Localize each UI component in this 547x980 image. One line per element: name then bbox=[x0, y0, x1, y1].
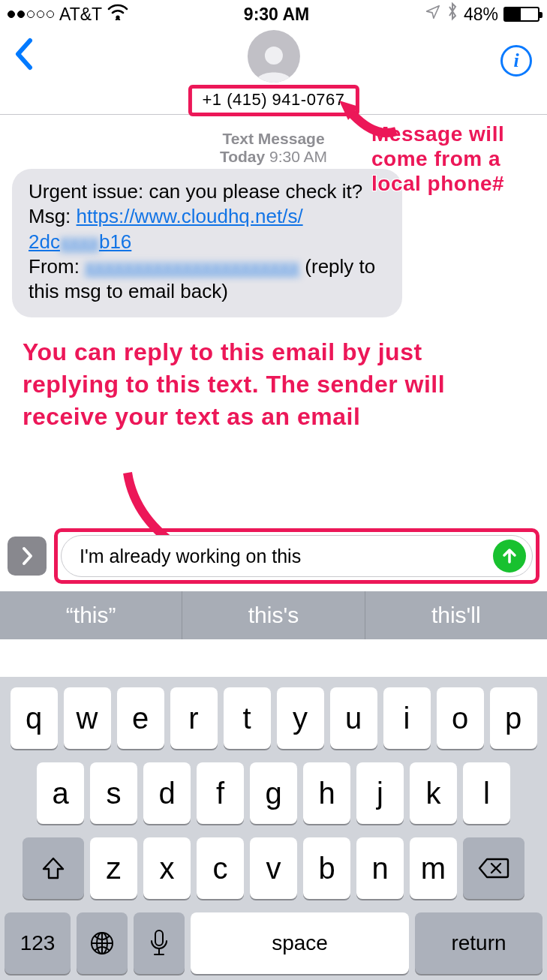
globe-key[interactable] bbox=[77, 912, 128, 974]
suggestion-3[interactable]: this'll bbox=[365, 591, 547, 639]
key-z[interactable]: z bbox=[90, 837, 137, 899]
key-e[interactable]: e bbox=[117, 687, 164, 749]
svg-point-0 bbox=[116, 15, 119, 19]
from-label: From: bbox=[29, 255, 85, 278]
space-key[interactable]: space bbox=[191, 912, 409, 974]
key-f[interactable]: f bbox=[197, 762, 244, 824]
key-y[interactable]: y bbox=[277, 687, 324, 749]
key-o[interactable]: o bbox=[437, 687, 484, 749]
key-row-1: qwertyuiop bbox=[5, 687, 542, 749]
message-input[interactable] bbox=[80, 546, 493, 567]
bluetooth-icon bbox=[446, 2, 458, 26]
key-s[interactable]: s bbox=[90, 762, 137, 824]
compose-highlight bbox=[54, 528, 539, 584]
keyboard: qwertyuiop asdfghjkl zxcvbnm 123 space r… bbox=[0, 677, 547, 980]
key-row-2: asdfghjkl bbox=[5, 762, 542, 824]
key-r[interactable]: r bbox=[170, 687, 218, 749]
key-row-3: zxcvbnm bbox=[5, 837, 542, 899]
svg-rect-6 bbox=[155, 930, 163, 945]
suggestion-1[interactable]: “this” bbox=[0, 591, 182, 639]
key-i[interactable]: i bbox=[383, 687, 431, 749]
key-k[interactable]: k bbox=[410, 762, 457, 824]
numbers-key[interactable]: 123 bbox=[5, 912, 71, 974]
key-q[interactable]: q bbox=[11, 687, 58, 749]
incoming-message-bubble[interactable]: Urgent issue: can you please check it? M… bbox=[12, 169, 402, 317]
key-u[interactable]: u bbox=[330, 687, 377, 749]
from-email[interactable]: xxxxxxxxxxxxxxxxxxxxxx bbox=[85, 255, 299, 278]
annotation-reply-info: You can reply to this email by just repl… bbox=[23, 336, 503, 434]
signal-dots bbox=[8, 11, 54, 18]
key-c[interactable]: c bbox=[197, 837, 244, 899]
msg-label: Msg: bbox=[29, 205, 77, 227]
key-m[interactable]: m bbox=[410, 837, 457, 899]
contact-avatar[interactable] bbox=[247, 30, 299, 83]
conversation-header: +1 (415) 941-0767 i bbox=[0, 29, 547, 115]
status-bar: AT&T 9:30 AM 48% bbox=[0, 0, 547, 29]
annotation-arrow-top bbox=[336, 98, 404, 150]
clock: 9:30 AM bbox=[244, 5, 309, 25]
key-x[interactable]: x bbox=[143, 837, 191, 899]
location-icon bbox=[425, 4, 441, 25]
key-a[interactable]: a bbox=[37, 762, 84, 824]
details-button[interactable]: i bbox=[500, 45, 532, 77]
key-t[interactable]: t bbox=[224, 687, 271, 749]
battery-icon bbox=[503, 7, 539, 22]
apps-button[interactable] bbox=[8, 537, 47, 576]
svg-point-1 bbox=[264, 47, 282, 65]
key-row-4: 123 space return bbox=[5, 912, 542, 974]
backspace-key[interactable] bbox=[463, 837, 524, 899]
contact-phone[interactable]: +1 (415) 941-0767 bbox=[188, 85, 359, 116]
battery-pct: 48% bbox=[464, 5, 498, 25]
dictation-key[interactable] bbox=[134, 912, 185, 974]
send-button[interactable] bbox=[493, 540, 526, 573]
shift-key[interactable] bbox=[23, 837, 84, 899]
msg-line1: Urgent issue: can you please check it? bbox=[29, 180, 362, 203]
key-n[interactable]: n bbox=[356, 837, 404, 899]
key-d[interactable]: d bbox=[143, 762, 191, 824]
key-j[interactable]: j bbox=[356, 762, 404, 824]
quicktype-bar: “this” this's this'll bbox=[0, 591, 547, 639]
compose-bar bbox=[0, 522, 547, 591]
key-p[interactable]: p bbox=[490, 687, 537, 749]
carrier-label: AT&T bbox=[59, 5, 102, 25]
key-l[interactable]: l bbox=[463, 762, 510, 824]
return-key[interactable]: return bbox=[415, 912, 542, 974]
key-g[interactable]: g bbox=[250, 762, 297, 824]
key-h[interactable]: h bbox=[303, 762, 350, 824]
suggestion-2[interactable]: this's bbox=[182, 591, 365, 639]
key-w[interactable]: w bbox=[64, 687, 111, 749]
wifi-icon bbox=[107, 4, 128, 25]
key-v[interactable]: v bbox=[250, 837, 297, 899]
key-b[interactable]: b bbox=[303, 837, 350, 899]
back-button[interactable] bbox=[14, 38, 33, 71]
